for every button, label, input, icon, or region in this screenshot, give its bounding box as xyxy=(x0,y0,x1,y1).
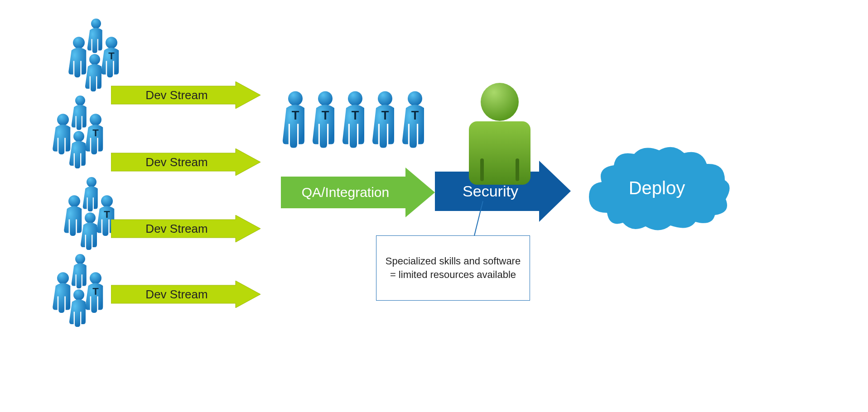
dev-stream-arrow-1: Dev Stream xyxy=(111,81,260,109)
svg-text:T: T xyxy=(92,286,99,297)
svg-point-16 xyxy=(57,272,69,284)
svg-point-30 xyxy=(378,91,392,106)
svg-point-1 xyxy=(73,37,85,48)
deploy-label: Deploy xyxy=(580,140,734,235)
svg-point-19 xyxy=(73,289,84,300)
dev-stream-arrow-2: Dev Stream xyxy=(111,149,260,176)
svg-rect-37 xyxy=(469,121,530,185)
svg-point-10 xyxy=(87,177,96,187)
svg-text:T: T xyxy=(381,108,389,122)
svg-point-0 xyxy=(91,19,101,29)
svg-point-36 xyxy=(481,83,519,121)
svg-text:T: T xyxy=(411,108,419,122)
svg-point-28 xyxy=(348,91,362,106)
callout-box: Specialized skills and software = limite… xyxy=(376,235,530,301)
qa-testers: T T T T T xyxy=(281,91,430,163)
svg-point-17 xyxy=(90,272,101,284)
svg-point-32 xyxy=(408,91,422,106)
deploy-cloud: Deploy xyxy=(580,140,734,235)
dev-stream-arrow-4: Dev Stream xyxy=(111,281,260,308)
dev-stream-label: Dev Stream xyxy=(111,81,242,109)
svg-point-26 xyxy=(318,91,333,106)
svg-text:T: T xyxy=(292,108,299,122)
qa-integration-label: QA/Integration xyxy=(281,168,410,217)
svg-text:T: T xyxy=(104,209,110,220)
dev-stream-arrow-3: Dev Stream xyxy=(111,215,260,242)
svg-point-9 xyxy=(73,131,84,142)
svg-point-14 xyxy=(85,212,96,223)
dev-stream-label: Dev Stream xyxy=(111,215,242,242)
svg-text:T: T xyxy=(352,108,359,122)
svg-point-6 xyxy=(57,114,69,125)
dev-stream-label: Dev Stream xyxy=(111,281,242,308)
svg-point-7 xyxy=(90,114,101,125)
svg-point-11 xyxy=(68,195,80,207)
svg-point-24 xyxy=(288,91,303,106)
dev-team-4: T xyxy=(43,254,116,335)
callout-text: Specialized skills and software = limite… xyxy=(383,254,523,281)
dev-stream-label: Dev Stream xyxy=(111,149,242,176)
svg-rect-38 xyxy=(480,158,484,181)
pipeline-diagram: T T T T D xyxy=(0,0,868,412)
svg-text:T: T xyxy=(108,50,115,62)
security-person-icon xyxy=(453,81,544,195)
qa-integration-arrow: QA/Integration xyxy=(281,168,435,217)
svg-point-5 xyxy=(75,96,85,105)
svg-text:T: T xyxy=(322,108,329,122)
dev-team-2: T xyxy=(43,95,116,177)
svg-point-12 xyxy=(101,195,113,207)
svg-point-4 xyxy=(89,54,100,65)
svg-point-2 xyxy=(106,37,117,48)
svg-text:T: T xyxy=(92,127,99,139)
svg-rect-39 xyxy=(516,158,519,181)
svg-point-15 xyxy=(75,254,85,264)
